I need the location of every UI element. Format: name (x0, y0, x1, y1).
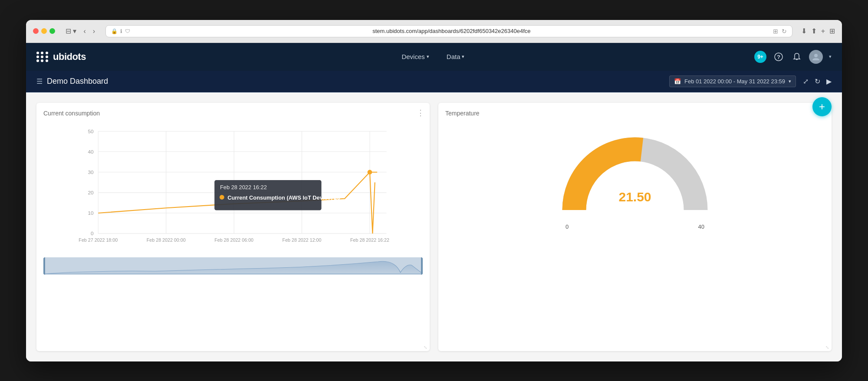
dashboard-title-area: ☰ Demo Dashboard (36, 77, 669, 86)
current-consumption-menu[interactable]: ⋮ (417, 108, 424, 118)
logo-dots (36, 52, 49, 62)
svg-text:30: 30 (88, 169, 94, 175)
browser-titlebar: ⊟ ▾ ‹ › 🔒 ℹ 🛡 stem.ubidots.com/app/dashb… (26, 20, 842, 43)
avatar-icon (812, 53, 820, 61)
logo-area: ubidots (36, 51, 86, 62)
url-text: stem.ubidots.com/app/dashboards/6202fdf6… (134, 28, 769, 34)
close-button[interactable] (33, 28, 39, 34)
notification-button[interactable] (791, 51, 803, 63)
svg-point-2 (814, 54, 818, 57)
data-chevron-icon: ▾ (462, 54, 464, 59)
date-range-text: Feb 01 2022 00:00 - May 31 2022 23:59 (684, 78, 785, 85)
nav-data[interactable]: Data ▾ (447, 53, 465, 60)
svg-text:Feb 27 2022 18:00: Feb 27 2022 18:00 (79, 237, 118, 243)
minimap-svg (43, 257, 423, 275)
svg-text:50: 50 (88, 128, 94, 134)
current-consumption-widget: Current consumption ⋮ (36, 103, 430, 351)
notification-badge[interactable]: 9+ (754, 51, 766, 63)
svg-text:21.50: 21.50 (618, 190, 651, 204)
gauge-svg: 21.50 (561, 134, 709, 221)
extension-icon: ℹ (120, 28, 122, 34)
chart-minimap[interactable] (43, 257, 423, 275)
current-consumption-title: Current consumption (43, 110, 423, 117)
svg-text:Current Consumption (AWS IoT D: Current Consumption (AWS IoT Device) 25 (227, 194, 340, 200)
share-icon[interactable]: ⬆ (811, 27, 817, 35)
gauge-labels: 0 40 (566, 223, 704, 230)
svg-text:20: 20 (88, 190, 94, 195)
devices-chevron-icon: ▾ (427, 54, 429, 59)
dashboard-title-text: Demo Dashboard (47, 77, 108, 86)
svg-text:?: ? (777, 54, 780, 60)
svg-text:0: 0 (91, 230, 94, 236)
top-nav: ubidots Devices ▾ Data ▾ 9+ ? (26, 43, 842, 71)
maximize-button[interactable] (49, 28, 55, 34)
data-label: Data (447, 53, 460, 60)
app-container: ubidots Devices ▾ Data ▾ 9+ ? (26, 43, 842, 361)
temperature-widget: Temperature ⋮ (438, 103, 832, 351)
devices-label: Devices (401, 53, 424, 60)
temperature-resize-handle[interactable]: ⤡ (825, 345, 830, 349)
svg-point-27 (220, 195, 224, 200)
svg-text:Feb 28 2022 00:00: Feb 28 2022 00:00 (147, 237, 186, 243)
logo-text: ubidots (53, 51, 86, 62)
dashboard-controls: 📅 Feb 01 2022 00:00 - May 31 2022 23:59 … (669, 76, 832, 87)
svg-text:Feb 28 2022 16:22: Feb 28 2022 16:22 (220, 184, 267, 190)
play-icon[interactable]: ▶ (826, 77, 832, 85)
avatar-button[interactable] (809, 50, 823, 64)
svg-text:Feb 28 2022 16:22: Feb 28 2022 16:22 (350, 237, 389, 243)
new-tab-icon[interactable]: + (821, 27, 825, 35)
nav-right: 9+ ? (754, 50, 832, 64)
address-bar[interactable]: 🔒 ℹ 🛡 stem.ubidots.com/app/dashboards/62… (105, 25, 792, 37)
temperature-title: Temperature (445, 110, 825, 117)
nav-items: Devices ▾ Data ▾ (112, 53, 754, 60)
browser-window: ⊟ ▾ ‹ › 🔒 ℹ 🛡 stem.ubidots.com/app/dashb… (26, 20, 842, 361)
help-button[interactable]: ? (773, 51, 785, 63)
line-chart-svg: 50 40 30 20 10 0 Feb 27 2022 18:00 Feb 2… (43, 122, 423, 252)
date-range-chevron-icon: ▾ (789, 79, 791, 84)
browser-right-controls: ⬇ ⬆ + ⊞ (801, 27, 835, 35)
expand-icon[interactable]: ⤢ (803, 77, 809, 85)
address-bar-icons: 🔒 ℹ 🛡 (111, 28, 130, 34)
svg-text:40: 40 (88, 148, 94, 154)
gauge-min-label: 0 (566, 223, 569, 230)
main-content: Current consumption ⋮ (26, 92, 842, 361)
refresh-icon[interactable]: ↻ (815, 77, 820, 85)
minimize-button[interactable] (41, 28, 47, 34)
reload-icon[interactable]: ↻ (782, 28, 787, 35)
download-icon[interactable]: ⬇ (801, 27, 807, 35)
translate-icon: ⊞ (773, 28, 778, 35)
nav-devices[interactable]: Devices ▾ (401, 53, 429, 60)
forward-button[interactable]: › (91, 26, 97, 36)
chart-area: 50 40 30 20 10 0 Feb 27 2022 18:00 Feb 2… (43, 122, 423, 252)
traffic-lights (33, 28, 55, 34)
resize-handle[interactable]: ⤡ (424, 345, 428, 349)
browser-controls: ⊟ ▾ ‹ › (64, 26, 97, 36)
avatar-chevron-icon: ▾ (829, 54, 832, 59)
bell-icon (792, 53, 801, 61)
help-icon: ? (774, 53, 783, 61)
calendar-icon: 📅 (674, 78, 681, 85)
shield-icon: 🛡 (125, 28, 130, 34)
svg-text:Feb 28 2022 06:00: Feb 28 2022 06:00 (214, 237, 253, 243)
sidebar-toggle-button[interactable]: ⊟ ▾ (64, 26, 78, 36)
gauge-container: 21.50 0 40 (445, 125, 825, 239)
gauge-max-label: 40 (698, 223, 704, 230)
chart-data-point (368, 170, 372, 174)
svg-text:10: 10 (88, 210, 94, 216)
dashboard-bar: ☰ Demo Dashboard 📅 Feb 01 2022 00:00 - M… (26, 71, 842, 92)
dashboard-action-icons: ⤢ ↻ ▶ (803, 77, 832, 85)
sidebar-toggle-icon[interactable]: ☰ (36, 77, 43, 85)
svg-rect-30 (43, 257, 45, 275)
date-range-button[interactable]: 📅 Feb 01 2022 00:00 - May 31 2022 23:59 … (669, 76, 796, 87)
lock-icon: 🔒 (111, 28, 118, 34)
grid-icon[interactable]: ⊞ (829, 27, 835, 35)
add-widget-button[interactable]: + (812, 97, 832, 116)
svg-rect-29 (43, 257, 423, 275)
back-button[interactable]: ‹ (82, 26, 87, 36)
svg-rect-31 (421, 257, 423, 275)
svg-text:Feb 28 2022 12:00: Feb 28 2022 12:00 (283, 237, 322, 243)
